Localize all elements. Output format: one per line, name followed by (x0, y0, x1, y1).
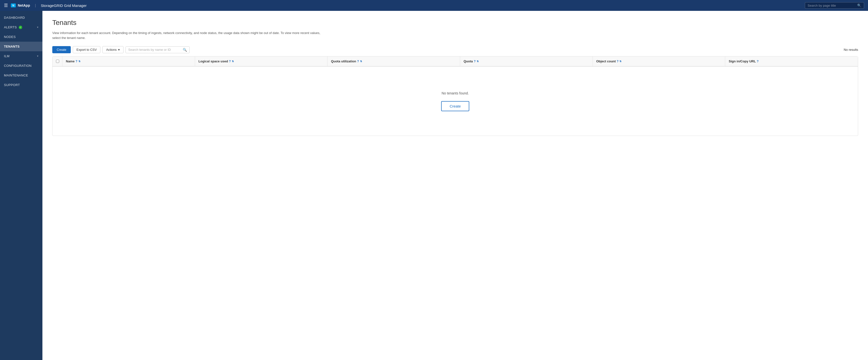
page-title: Tenants (52, 19, 858, 27)
column-quota-label: Quota (464, 59, 473, 63)
export-csv-label: Export to CSV (76, 48, 97, 52)
sidebar: DASHBOARD ALERTS ✓ ▾ NODES TENANTS ILM ▾… (0, 11, 42, 360)
sort-icon[interactable]: ⇅ (232, 60, 234, 63)
sidebar-item-support[interactable]: SUPPORT (0, 80, 42, 90)
table-header: Name ? ⇅ Logical space used ? ⇅ Quota ut… (53, 57, 858, 67)
create-button[interactable]: Create (52, 46, 71, 53)
brand-name: NetApp (18, 3, 30, 7)
table-body: No tenants found. Create (53, 67, 858, 136)
tenant-search-input[interactable] (128, 48, 181, 52)
column-object-count-label: Object count (596, 59, 616, 63)
column-header-logical-space: Logical space used ? ⇅ (195, 57, 328, 66)
sidebar-item-nodes[interactable]: NODES (0, 32, 42, 42)
sidebar-item-label: TENANTS (4, 44, 20, 48)
help-icon[interactable]: ? (75, 60, 77, 63)
sidebar-item-label: CONFIGURATION (4, 64, 32, 67)
page-search-input[interactable] (808, 4, 855, 7)
sort-icon[interactable]: ⇅ (360, 60, 362, 63)
empty-message: No tenants found. (442, 91, 469, 95)
select-all-checkbox-cell (53, 57, 62, 66)
hamburger-icon[interactable]: ☰ (4, 3, 8, 8)
alerts-badge-icon: ✓ (19, 26, 22, 29)
help-icon[interactable]: ? (229, 60, 231, 63)
actions-label: Actions (106, 48, 117, 52)
nav-divider: | (35, 3, 36, 7)
sidebar-item-label: NODES (4, 35, 16, 39)
select-all-checkbox[interactable] (56, 60, 59, 63)
column-header-object-count: Object count ? ⇅ (593, 57, 725, 66)
chevron-down-icon: ▾ (37, 26, 38, 29)
top-navigation: ☰ N NetApp | StorageGRID Grid Manager 🔍 (0, 0, 868, 11)
column-name-label: Name (66, 59, 74, 63)
netapp-logo-icon: N (11, 3, 16, 7)
help-icon[interactable]: ? (357, 60, 359, 63)
column-logical-space-label: Logical space used (198, 59, 228, 63)
sort-icon[interactable]: ⇅ (79, 60, 81, 63)
chevron-down-icon: ▾ (37, 55, 38, 58)
tenants-table: Name ? ⇅ Logical space used ? ⇅ Quota ut… (52, 56, 858, 136)
page-search-icon: 🔍 (857, 3, 861, 7)
sidebar-item-ilm[interactable]: ILM ▾ (0, 51, 42, 61)
actions-button[interactable]: Actions ▾ (102, 46, 124, 53)
column-header-quota: Quota ? ⇅ (460, 57, 593, 66)
sidebar-item-alerts[interactable]: ALERTS ✓ ▾ (0, 23, 42, 32)
sidebar-item-dashboard[interactable]: DASHBOARD (0, 13, 42, 23)
sidebar-item-label: ALERTS (4, 25, 17, 29)
export-csv-button[interactable]: Export to CSV (73, 46, 100, 53)
chevron-down-icon: ▾ (118, 48, 120, 52)
sidebar-item-tenants[interactable]: TENANTS (0, 42, 42, 51)
page-description: View information for each tenant account… (52, 31, 323, 40)
tenant-search-icon: 🔍 (183, 48, 187, 52)
column-header-quota-utilization: Quota utilization ? ⇅ (328, 57, 460, 66)
sidebar-item-maintenance[interactable]: MAINTENANCE (0, 70, 42, 80)
sidebar-item-label: DASHBOARD (4, 16, 25, 20)
help-icon[interactable]: ? (474, 60, 476, 63)
column-sign-in-label: Sign in/Copy URL (729, 59, 756, 63)
create-tenant-empty-button[interactable]: Create (441, 101, 469, 111)
main-content: Tenants View information for each tenant… (42, 11, 868, 360)
column-header-sign-in-copy-url: Sign in/Copy URL ? (725, 57, 858, 66)
sort-icon[interactable]: ⇅ (477, 60, 478, 63)
no-results-label: No results (844, 48, 858, 52)
page-search-box: 🔍 (805, 2, 864, 9)
brand-logo: N NetApp (11, 3, 30, 7)
sidebar-item-label: ILM (4, 54, 10, 58)
help-icon[interactable]: ? (617, 60, 618, 63)
sort-icon[interactable]: ⇅ (619, 60, 621, 63)
tenant-search-field: 🔍 (125, 47, 190, 53)
sidebar-item-label: SUPPORT (4, 83, 20, 87)
column-quota-utilization-label: Quota utilization (331, 59, 356, 63)
help-icon[interactable]: ? (757, 60, 758, 63)
column-header-name: Name ? ⇅ (62, 57, 195, 66)
sidebar-item-configuration[interactable]: CONFIGURATION (0, 61, 42, 70)
sidebar-item-label: MAINTENANCE (4, 73, 28, 77)
toolbar: Create Export to CSV Actions ▾ 🔍 No resu… (52, 46, 858, 53)
app-title: StorageGRID Grid Manager (41, 3, 87, 8)
